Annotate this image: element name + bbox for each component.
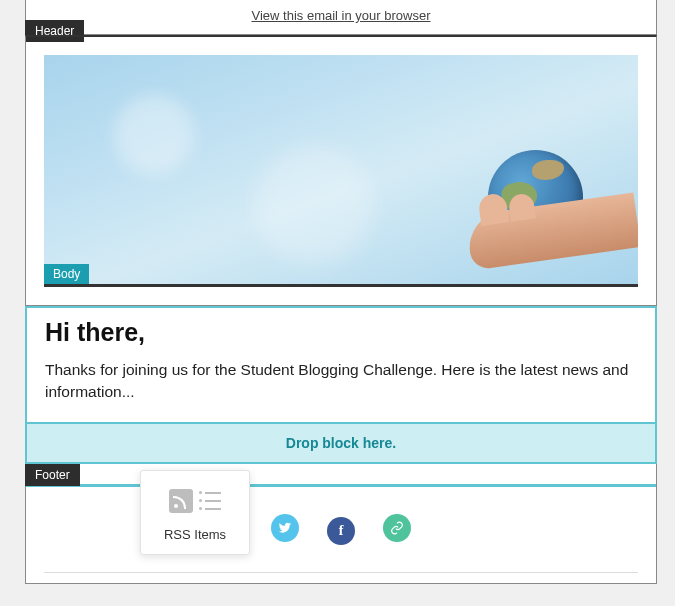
rss-icon xyxy=(169,489,193,513)
preheader-block[interactable]: View this email in your browser Header xyxy=(25,0,657,35)
footer-divider xyxy=(44,572,638,573)
hero-image[interactable]: Body xyxy=(44,55,638,287)
view-in-browser-link[interactable]: View this email in your browser xyxy=(252,8,431,23)
footer-block[interactable]: Footer f xyxy=(25,464,657,584)
body-paragraph: Thanks for joining us for the Student Bl… xyxy=(45,359,637,404)
link-icon[interactable] xyxy=(383,514,411,542)
rss-items-label: RSS Items xyxy=(141,527,249,542)
body-section-label: Body xyxy=(44,264,89,284)
greeting-heading: Hi there, xyxy=(45,318,637,347)
body-text-block[interactable]: Hi there, Thanks for joining us for the … xyxy=(25,306,657,422)
list-icon xyxy=(199,492,221,510)
hands-graphic xyxy=(465,192,638,270)
twitter-icon[interactable] xyxy=(271,514,299,542)
rss-items-block-drag[interactable]: RSS Items xyxy=(140,470,250,555)
footer-section-label: Footer xyxy=(25,464,80,486)
facebook-icon[interactable]: f xyxy=(327,517,355,545)
drop-block-zone[interactable]: Drop block here. xyxy=(25,422,657,464)
social-row: f xyxy=(26,514,656,545)
header-block[interactable]: Body xyxy=(25,35,657,306)
